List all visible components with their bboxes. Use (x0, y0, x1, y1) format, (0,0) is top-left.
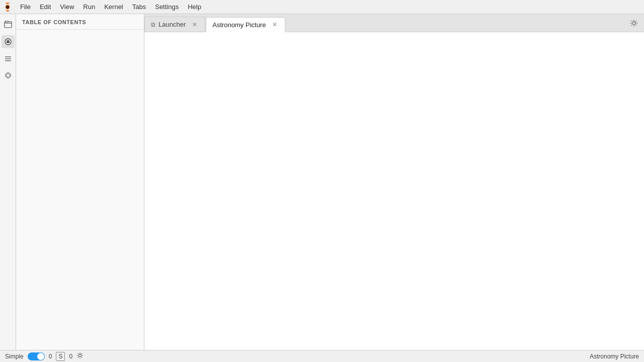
toc-icon[interactable] (2, 52, 15, 65)
svg-point-4 (6, 6, 9, 9)
statusbar-right: Astronomy Picture (590, 353, 639, 360)
svg-point-1 (6, 10, 9, 12)
statusbar: Simple 0 S 0 Astronomy Picture (0, 350, 644, 362)
extensions-icon[interactable] (2, 69, 15, 82)
svg-rect-5 (5, 22, 12, 28)
menu-help[interactable]: Help (184, 2, 205, 12)
toc-content (16, 30, 144, 350)
tab-settings-button[interactable] (628, 17, 640, 29)
menu-settings[interactable]: Settings (151, 2, 183, 12)
notebook-content[interactable] (144, 32, 644, 350)
menu-edit[interactable]: Edit (36, 2, 55, 12)
status-num2: 0 (69, 353, 72, 360)
menu-view[interactable]: View (56, 2, 78, 12)
astronomy-tab-close[interactable]: ✕ (271, 21, 279, 29)
svg-point-12 (632, 22, 635, 25)
right-panel: ⧉ Launcher ✕ Astronomy Picture ✕ (144, 14, 644, 350)
running-icon[interactable] (2, 35, 15, 48)
status-num1: 0 (49, 353, 52, 360)
mode-label: Simple (5, 353, 24, 360)
menu-kernel[interactable]: Kernel (100, 2, 127, 12)
status-settings-icon[interactable] (76, 352, 84, 360)
menu-run[interactable]: Run (79, 2, 99, 12)
menubar: File Edit View Run Kernel Tabs Settings … (0, 0, 644, 14)
launcher-tab-label: Launcher (158, 21, 186, 28)
toggle-knob (37, 353, 44, 360)
files-icon[interactable] (2, 18, 15, 31)
icon-sidebar (0, 14, 16, 350)
menu-tabs[interactable]: Tabs (128, 2, 150, 12)
left-panel: TABLE OF CONTENTS (16, 14, 144, 350)
statusbar-kernel-name: Astronomy Picture (590, 353, 639, 360)
kernel-status-icon[interactable]: S (56, 352, 65, 361)
app-logo (2, 2, 13, 13)
toc-header: TABLE OF CONTENTS (16, 14, 144, 30)
tab-astronomy[interactable]: Astronomy Picture ✕ (206, 17, 285, 32)
statusbar-left: Simple 0 S 0 (5, 352, 84, 361)
astronomy-tab-label: Astronomy Picture (212, 21, 266, 29)
mode-toggle[interactable] (28, 352, 45, 360)
launcher-tab-close[interactable]: ✕ (191, 21, 199, 29)
tab-launcher[interactable]: ⧉ Launcher ✕ (144, 17, 205, 32)
launcher-tab-icon: ⧉ (151, 21, 155, 28)
svg-point-0 (6, 3, 9, 4)
svg-point-8 (7, 40, 10, 43)
tab-bar: ⧉ Launcher ✕ Astronomy Picture ✕ (144, 14, 644, 32)
svg-point-13 (78, 354, 81, 356)
menu-file[interactable]: File (16, 2, 35, 12)
svg-rect-6 (6, 21, 8, 22)
main-area: TABLE OF CONTENTS ⧉ Launcher ✕ Astronomy… (0, 14, 644, 350)
